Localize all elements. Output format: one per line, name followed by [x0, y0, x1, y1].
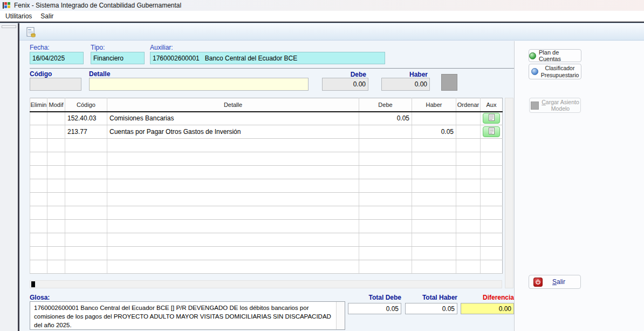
haber-input[interactable]: 0.00: [381, 78, 430, 91]
glosa-scrollbar[interactable]: [336, 302, 345, 329]
left-collapsed-panel: [0, 23, 18, 331]
fecha-label: Fecha:: [30, 44, 50, 51]
entry-cell-aux: [481, 206, 503, 220]
blue-sphere-icon: [531, 68, 538, 75]
grid-horizontal-scrollbar[interactable]: [30, 280, 502, 288]
entry-row[interactable]: [30, 247, 503, 260]
entry-cell-modif: [47, 206, 65, 220]
entry-cell-aux: [481, 152, 503, 166]
entry-cell-debe: [359, 247, 412, 260]
entry-cell-detalle: [107, 139, 359, 152]
salir-button[interactable]: Salir: [529, 275, 581, 289]
entry-cell-codigo: [65, 220, 107, 233]
cargar-asiento-modelo-button[interactable]: Cargar Asiento Modelo: [529, 98, 581, 113]
glosa-textarea[interactable]: 1760002600001 Banco Central del Ecuador …: [30, 301, 345, 330]
aux-detail-button[interactable]: [483, 113, 500, 124]
entry-cell-haber: [412, 247, 456, 260]
entry-cell-haber: [412, 233, 456, 247]
entry-cell-detalle: [107, 166, 359, 179]
entry-cell-detalle: [107, 247, 359, 260]
entry-cell-elimin: [30, 179, 47, 193]
entry-row[interactable]: [30, 260, 503, 274]
entry-row[interactable]: [30, 179, 503, 193]
entry-cell-debe: [359, 220, 412, 233]
entry-cell-modif: [47, 125, 65, 139]
entry-cell-ordenar: [456, 152, 481, 166]
entry-cell-detalle: Comisiones Bancarias: [107, 112, 359, 125]
entry-cell-haber: [412, 193, 456, 206]
entry-cell-codigo: 213.77: [65, 125, 107, 139]
entry-cell-haber: [412, 206, 456, 220]
entry-row[interactable]: [30, 139, 503, 152]
entry-row[interactable]: [30, 166, 503, 179]
menu-salir[interactable]: Salir: [36, 11, 58, 21]
document-icon: [489, 127, 495, 136]
entry-row[interactable]: [30, 193, 503, 206]
entry-cell-modif: [47, 247, 65, 260]
fecha-field[interactable]: 16/04/2025: [30, 52, 84, 64]
entry-cell-detalle: [107, 206, 359, 220]
entry-cell-modif: [47, 260, 65, 274]
entry-row[interactable]: 152.40.03Comisiones Bancarias0.05: [30, 112, 503, 125]
col-header-detalle[interactable]: Detalle: [107, 98, 359, 112]
entry-cell-detalle: [107, 179, 359, 193]
col-header-debe[interactable]: Debe: [359, 98, 412, 112]
entry-cell-ordenar: [456, 233, 481, 247]
clasificador-presupuestario-button[interactable]: Clasificador Presupuestario: [529, 64, 581, 79]
title-bar: Fenix - Sistema Integrado de Contabilida…: [0, 0, 644, 11]
entry-cell-elimin: [30, 220, 47, 233]
entry-cell-codigo: [65, 152, 107, 166]
entry-row[interactable]: [30, 220, 503, 233]
entry-cell-debe: [359, 166, 412, 179]
total-debe-label: Total Debe: [348, 294, 401, 301]
aux-detail-button[interactable]: [483, 126, 500, 137]
total-debe-value: 0.05: [348, 303, 401, 314]
entry-cell-aux: [481, 166, 503, 179]
journal-entry-document-icon[interactable]: [25, 26, 37, 38]
entry-cell-elimin: [30, 247, 47, 260]
entry-cell-aux: [481, 125, 503, 139]
plan-de-cuentas-label: Plan de Cuentas: [539, 49, 581, 62]
entry-cell-haber: [412, 152, 456, 166]
salir-label: Salir: [552, 278, 565, 286]
panel-splitter-grip[interactable]: [2, 25, 16, 28]
col-header-haber[interactable]: Haber: [412, 98, 456, 112]
debe-input[interactable]: 0.00: [322, 78, 368, 91]
entry-cell-debe: [359, 260, 412, 274]
add-entry-button[interactable]: [441, 74, 457, 91]
entry-cell-elimin: [30, 206, 47, 220]
grid-vertical-scrollbar[interactable]: [505, 98, 513, 288]
detalle-input[interactable]: [89, 78, 309, 91]
debe-label: Debe: [322, 71, 366, 78]
auxiliar-field[interactable]: 1760002600001 Banco Central del Ecuador …: [150, 52, 385, 64]
col-header-modif[interactable]: Modif: [47, 98, 65, 112]
entry-cell-haber: [412, 179, 456, 193]
entry-cell-codigo: [65, 139, 107, 152]
codigo-input[interactable]: [30, 78, 81, 91]
entry-cell-ordenar: [456, 193, 481, 206]
menu-utilitarios[interactable]: Utilitarios: [1, 11, 36, 21]
entry-row[interactable]: [30, 152, 503, 166]
cargar-asiento-label: Cargar Asiento Modelo: [542, 99, 579, 112]
entry-cell-ordenar: [456, 179, 481, 193]
col-header-elimin[interactable]: Elimin: [30, 98, 47, 112]
grid-hscroll-thumb[interactable]: [31, 281, 35, 287]
entry-row[interactable]: [30, 206, 503, 220]
entry-cell-modif: [47, 179, 65, 193]
entry-cell-ordenar: [456, 247, 481, 260]
entry-row[interactable]: [30, 233, 503, 247]
entry-cell-detalle: [107, 193, 359, 206]
entry-cell-elimin: [30, 125, 47, 139]
entry-cell-modif: [47, 152, 65, 166]
plan-de-cuentas-button[interactable]: Plan de Cuentas: [529, 49, 581, 62]
entry-cell-ordenar: [456, 220, 481, 233]
entry-cell-elimin: [30, 152, 47, 166]
col-header-aux[interactable]: Aux: [481, 98, 503, 112]
entry-row[interactable]: 213.77Cuentas por Pagar Otros Gastos de …: [30, 125, 503, 139]
entry-cell-haber: [412, 112, 456, 125]
col-header-codigo[interactable]: Código: [65, 98, 107, 112]
col-header-ordenar[interactable]: Ordenar: [456, 98, 481, 112]
auxiliar-label: Auxiliar:: [150, 44, 173, 51]
tipo-field[interactable]: Financiero: [91, 52, 145, 64]
entry-cell-debe: [359, 125, 412, 139]
